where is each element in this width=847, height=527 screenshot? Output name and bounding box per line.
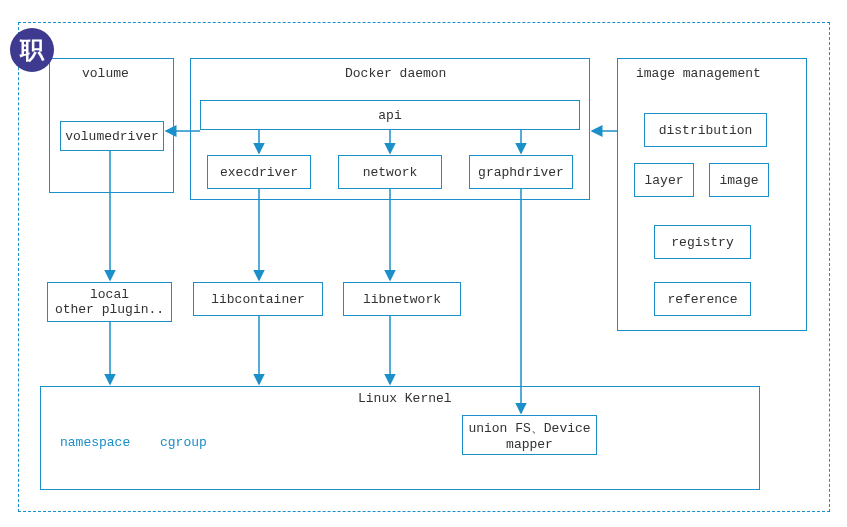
image-box: image bbox=[709, 163, 769, 197]
local-plugin-box: local other plugin.. bbox=[47, 282, 172, 322]
libcontainer-box: libcontainer bbox=[193, 282, 323, 316]
libnetwork-box: libnetwork bbox=[343, 282, 461, 316]
image-mgmt-title: image management bbox=[636, 66, 761, 81]
network-box: network bbox=[338, 155, 442, 189]
namespace-label: namespace bbox=[60, 435, 130, 450]
kernel-title: Linux Kernel bbox=[358, 391, 452, 406]
layer-box: layer bbox=[634, 163, 694, 197]
distribution-box: distribution bbox=[644, 113, 767, 147]
api-box: api bbox=[200, 100, 580, 130]
unionfs-box: union FS、Device mapper bbox=[462, 415, 597, 455]
execdriver-box: execdriver bbox=[207, 155, 311, 189]
daemon-title: Docker daemon bbox=[345, 66, 446, 81]
cgroup-label: cgroup bbox=[160, 435, 207, 450]
volumedriver-box: volumedriver bbox=[60, 121, 164, 151]
registry-box: registry bbox=[654, 225, 751, 259]
logo-badge: 职 bbox=[10, 28, 54, 72]
graphdriver-box: graphdriver bbox=[469, 155, 573, 189]
reference-box: reference bbox=[654, 282, 751, 316]
volume-title: volume bbox=[82, 66, 129, 81]
